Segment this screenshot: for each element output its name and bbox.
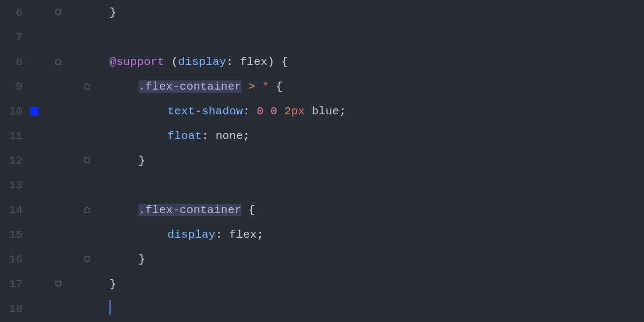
token: none [216, 130, 243, 142]
token: ) [268, 56, 275, 68]
line-number: 10 [0, 105, 23, 118]
code-line[interactable]: 13 [0, 173, 644, 197]
token: px [291, 105, 305, 118]
token: 0 [270, 105, 277, 118]
code-line[interactable]: 10text-shadow: 0 0 2px blue; [0, 99, 644, 123]
token [274, 56, 281, 68]
code-text[interactable]: } [106, 6, 116, 19]
token: text-shadow [167, 105, 243, 118]
token [255, 80, 262, 93]
line-number: 9 [0, 80, 23, 93]
token: @support [109, 56, 164, 68]
text-cursor [109, 300, 111, 315]
token: > [248, 80, 255, 93]
fold-open-icon[interactable] [84, 207, 90, 213]
fold-close-icon[interactable] [55, 281, 61, 287]
code-text[interactable]: } [135, 253, 145, 266]
code-line[interactable]: 17 } [0, 272, 644, 296]
token: flex [240, 56, 267, 68]
line-number: 11 [0, 130, 23, 142]
token: : [243, 105, 250, 118]
token [241, 204, 248, 216]
code-line[interactable]: 9 .flex-container > * { [0, 74, 644, 99]
token: } [109, 278, 116, 290]
token: ; [257, 229, 264, 241]
code-text[interactable]: } [135, 155, 145, 167]
token [264, 105, 270, 118]
fold-close-icon[interactable] [84, 157, 90, 164]
token: ; [339, 105, 346, 118]
token: { [276, 80, 283, 93]
token [277, 105, 284, 118]
line-number: 13 [0, 179, 23, 192]
code-line[interactable]: 11float: none; [0, 123, 644, 148]
token [269, 80, 276, 93]
code-line[interactable]: 7 [0, 25, 644, 49]
line-number: 6 [0, 6, 23, 19]
code-text[interactable]: } [106, 278, 116, 290]
token: .flex-container [138, 204, 241, 216]
fold-close-icon[interactable] [55, 9, 61, 16]
token [305, 105, 312, 118]
code-text[interactable]: text-shadow: 0 0 2px blue; [164, 105, 346, 118]
fold-close-icon[interactable] [84, 256, 90, 262]
line-number: 18 [0, 303, 23, 315]
token [222, 229, 229, 241]
code-line[interactable]: 15display: flex; [0, 222, 644, 247]
line-number: 8 [0, 56, 23, 68]
code-line[interactable]: 12 } [0, 148, 644, 173]
bookmark-icon[interactable] [30, 107, 38, 115]
code-line[interactable]: 14 .flex-container { [0, 197, 644, 222]
code-line[interactable]: 16 } [0, 247, 644, 272]
line-number: 15 [0, 229, 23, 241]
code-text[interactable]: .flex-container > * { [135, 80, 283, 93]
token [233, 56, 240, 68]
token: } [138, 253, 145, 266]
token: } [109, 6, 116, 19]
token: { [248, 204, 255, 216]
code-text[interactable]: display: flex; [164, 229, 264, 241]
token: .flex-container [138, 80, 241, 93]
token [209, 130, 216, 142]
code-line[interactable]: 18 [0, 296, 644, 321]
token [164, 56, 171, 68]
code-text[interactable] [106, 301, 111, 316]
token: display [178, 56, 226, 68]
token: : [226, 56, 233, 68]
token: } [138, 155, 145, 167]
gutter-marks [23, 107, 48, 115]
token: ( [171, 56, 178, 68]
line-number: 7 [0, 31, 23, 43]
token: blue [312, 105, 339, 118]
line-number: 14 [0, 204, 23, 216]
token [241, 80, 248, 93]
token: { [281, 56, 288, 68]
code-line[interactable]: 8 @support (display: flex) { [0, 49, 644, 74]
code-text[interactable]: .flex-container { [135, 204, 255, 216]
token: flex [229, 229, 257, 241]
token: 0 [257, 105, 264, 118]
token: 2 [284, 105, 291, 118]
line-number: 17 [0, 278, 23, 290]
token [250, 105, 257, 118]
line-number: 12 [0, 155, 23, 167]
code-text[interactable]: @support (display: flex) { [106, 56, 288, 68]
fold-open-icon[interactable] [55, 58, 61, 65]
line-number: 16 [0, 253, 23, 266]
token: : [216, 229, 223, 241]
code-text[interactable]: float: none; [164, 130, 250, 142]
code-editor[interactable]: 6 }78 @support (display: flex) {9 .flex-… [0, 0, 644, 322]
fold-open-icon[interactable] [84, 83, 90, 90]
token: * [262, 80, 269, 93]
token: ; [243, 130, 250, 142]
token: display [167, 229, 216, 241]
token: float [167, 130, 202, 142]
code-line[interactable]: 6 } [0, 0, 644, 25]
token: : [202, 130, 209, 142]
